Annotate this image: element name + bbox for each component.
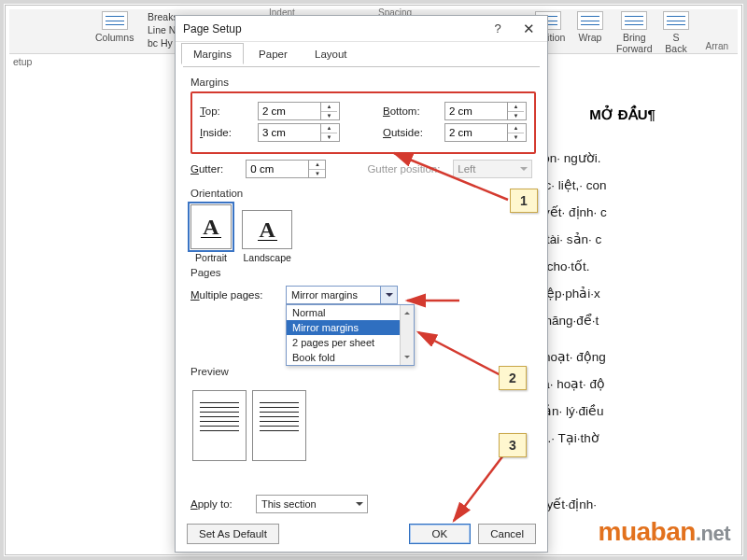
line-numbers-menu[interactable]: Line Numbers <box>148 24 208 35</box>
tab-margins[interactable]: Margins <box>181 43 244 64</box>
tab-paper[interactable]: Paper <box>247 43 300 64</box>
orientation-landscape[interactable]: ALandscape <box>242 210 292 263</box>
set-as-default-button[interactable]: Set As Default <box>187 524 279 544</box>
gutter-spinner[interactable]: ▲▼ <box>246 160 326 178</box>
tab-layout[interactable]: Layout <box>303 43 359 64</box>
indent-group-label: Indent <box>269 7 295 18</box>
wrap-text-button[interactable]: Wrap <box>577 11 603 43</box>
chevron-down-icon[interactable] <box>380 287 397 303</box>
dropdown-scrollbar[interactable] <box>400 305 414 365</box>
hyphenation-menu[interactable]: bc Hy <box>148 37 173 49</box>
apply-to-select[interactable]: This section <box>256 495 368 513</box>
preview-page-left <box>192 390 247 461</box>
gutter-position-select: Left <box>453 160 532 178</box>
option-book-fold[interactable]: Book fold <box>287 350 414 365</box>
option-mirror-margins[interactable]: Mirror margins <box>287 320 414 335</box>
inside-label: Inside: <box>200 127 258 138</box>
orientation-group-label: Orientation <box>190 188 532 199</box>
preview-area <box>190 386 532 465</box>
margins-group-label: Margins <box>190 77 532 88</box>
preview-group-label: Preview <box>190 366 532 377</box>
inside-spinner[interactable]: ▲▼ <box>258 123 340 142</box>
annotation-arrows <box>4 4 747 560</box>
close-button[interactable]: ✕ <box>515 16 542 42</box>
multiple-pages-dropdown[interactable]: Normal Mirror margins 2 pages per sheet … <box>286 304 415 366</box>
spacing-before[interactable]: Before: 6 pt <box>360 21 442 36</box>
indent-left[interactable]: Left: 0 cm <box>254 21 322 36</box>
annotation-badge-1: 1 <box>510 189 538 213</box>
help-button[interactable]: ? <box>486 16 510 42</box>
svg-line-3 <box>454 452 506 521</box>
tab-body: Margins Top: ▲▼ Bottom: ▲▼ Inside: ▲▼ Ou… <box>183 66 540 526</box>
arrange-group-label: Arran <box>706 41 728 51</box>
columns-button[interactable]: Columns <box>95 11 134 43</box>
margins-highlight-box: Top: ▲▼ Bottom: ▲▼ Inside: ▲▼ Outside: ▲… <box>190 91 536 154</box>
breaks-menu[interactable]: Breaks <box>148 11 178 22</box>
watermark: muaban.net <box>599 517 730 547</box>
pages-group-label: Pages <box>190 267 532 278</box>
bring-forward-button[interactable]: Bring Forward <box>616 11 653 54</box>
dialog-title: Page Setup <box>183 22 242 35</box>
spacing-before-spinner: 6 pt <box>395 21 442 36</box>
spacing-group-label: Spacing <box>378 7 412 18</box>
orientation-portrait[interactable]: APortrait <box>190 204 232 263</box>
multiple-pages-label: Multiple pages: <box>190 289 286 301</box>
dialog-button-row: Set As Default OK Cancel <box>176 524 547 544</box>
page-setup-group-label: etup <box>13 56 32 67</box>
page-setup-dialog: Page Setup ? ✕ Margins Paper Layout Marg… <box>175 15 548 553</box>
annotation-badge-2: 2 <box>499 366 527 390</box>
gutter-label: Gutter: <box>190 163 246 175</box>
option-two-pages[interactable]: 2 pages per sheet <box>287 335 414 350</box>
send-backward-button[interactable]: S Back <box>663 11 689 54</box>
gutter-position-label: Gutter position: <box>367 163 453 175</box>
annotation-badge-3: 3 <box>499 433 527 457</box>
apply-to-label: Apply to: <box>190 498 256 510</box>
indent-left-spinner: 0 cm <box>275 21 322 36</box>
columns-label: Columns <box>95 32 134 43</box>
bottom-label: Bottom: <box>383 105 444 117</box>
app-frame: Columns Breaks Line Numbers bc Hy Indent… <box>0 0 747 560</box>
svg-line-0 <box>394 153 508 200</box>
top-spinner[interactable]: ▲▼ <box>258 102 340 120</box>
dialog-titlebar[interactable]: Page Setup ? ✕ <box>176 16 547 42</box>
top-label: Top: <box>200 105 258 117</box>
ok-button[interactable]: OK <box>409 524 472 544</box>
document-page: MỞ ĐẦU¶ · con· người. hốc· liệt,· con qu… <box>519 78 734 547</box>
svg-line-2 <box>418 332 504 377</box>
bottom-spinner[interactable]: ▲▼ <box>444 102 527 120</box>
multiple-pages-value: Mirror margins <box>287 289 362 301</box>
outside-label: Outside: <box>383 127 444 138</box>
dialog-tabs: Margins Paper Layout <box>176 42 547 66</box>
ribbon: Columns Breaks Line Numbers bc Hy Indent… <box>9 9 738 54</box>
doc-title: MỞ ĐẦU¶ <box>529 106 715 123</box>
position-button[interactable]: Position <box>530 11 565 43</box>
multiple-pages-combo[interactable]: Mirror margins <box>286 286 398 304</box>
option-normal[interactable]: Normal <box>287 305 414 320</box>
orientation-group: APortrait ALandscape <box>190 204 532 263</box>
cancel-button[interactable]: Cancel <box>478 524 536 544</box>
preview-page-right <box>252 390 306 461</box>
outside-spinner[interactable]: ▲▼ <box>444 123 527 142</box>
